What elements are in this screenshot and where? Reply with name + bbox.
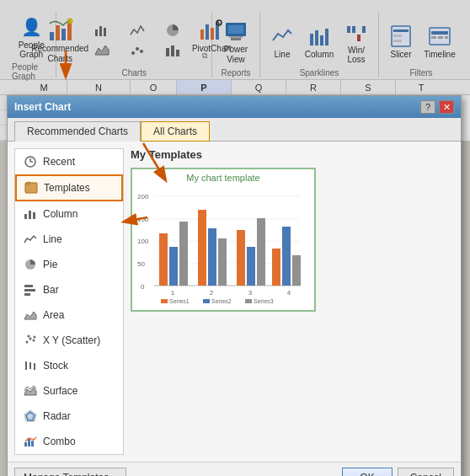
svg-rect-91: [198, 210, 206, 286]
svg-rect-89: [169, 247, 178, 286]
sidebar-item-pie[interactable]: Pie: [15, 252, 123, 277]
sidebar-recent-label: Recent: [43, 156, 75, 168]
cancel-button[interactable]: Cancel: [398, 468, 454, 476]
manage-templates-button[interactable]: Manage Templates...: [14, 468, 126, 476]
tab-recommended-charts[interactable]: Recommended Charts: [14, 121, 141, 142]
ok-button[interactable]: OK: [342, 468, 392, 476]
svg-text:Series1: Series1: [169, 298, 190, 304]
sidebar-item-line[interactable]: Line: [15, 227, 123, 252]
dialog-close-button[interactable]: ✕: [439, 100, 454, 114]
sidebar-pie-label: Pie: [43, 259, 57, 270]
dialog-footer: Manage Templates... OK Cancel: [8, 462, 461, 476]
template-preview-title: My chart template: [136, 173, 311, 183]
sidebar-line-label: Line: [43, 233, 62, 245]
svg-rect-76: [28, 439, 30, 447]
sidebar-bar-label: Bar: [43, 284, 59, 296]
surface-chart-icon: [23, 383, 38, 398]
svg-text:2: 2: [210, 289, 214, 297]
sidebar-item-surface[interactable]: Surface: [15, 378, 123, 404]
svg-point-59: [29, 338, 32, 340]
recent-icon: [23, 154, 38, 169]
sidebar-item-radar[interactable]: Radar: [15, 404, 123, 429]
tab-all-charts[interactable]: All Charts: [141, 121, 210, 142]
stock-chart-icon: [23, 358, 38, 373]
svg-text:Series3: Series3: [254, 298, 274, 304]
scatter-chart-icon: [23, 333, 38, 348]
svg-rect-104: [161, 299, 168, 303]
column-chart-icon: [23, 206, 38, 222]
sidebar-item-column[interactable]: Column: [15, 201, 123, 227]
sidebar-stock-label: Stock: [43, 360, 68, 372]
radar-chart-icon: [23, 409, 38, 424]
template-chart: 200 150 100 50 0: [136, 186, 304, 304]
svg-point-60: [33, 340, 35, 342]
svg-rect-51: [24, 214, 27, 219]
dialog-tabs: Recommended Charts All Charts: [8, 118, 461, 142]
sidebar-combo-label: Combo: [43, 436, 76, 447]
section-title: My Templates: [131, 148, 454, 161]
svg-point-62: [34, 336, 36, 339]
svg-rect-52: [29, 211, 31, 219]
svg-text:100: 100: [137, 238, 149, 245]
svg-text:0: 0: [141, 283, 145, 291]
svg-rect-50: [27, 182, 30, 185]
svg-rect-97: [272, 249, 280, 286]
svg-rect-99: [292, 255, 301, 286]
svg-rect-98: [282, 227, 291, 286]
svg-rect-90: [179, 222, 188, 286]
svg-rect-94: [237, 230, 245, 286]
templates-icon: [24, 180, 39, 195]
sidebar-item-bar[interactable]: Bar: [15, 277, 123, 302]
svg-text:Series2: Series2: [211, 298, 232, 304]
svg-text:3: 3: [248, 289, 253, 297]
svg-rect-55: [24, 285, 33, 287]
sidebar-area-label: Area: [43, 309, 64, 321]
svg-rect-56: [24, 289, 35, 291]
svg-point-61: [28, 335, 30, 338]
sidebar-item-recent[interactable]: Recent: [15, 149, 123, 174]
combo-chart-icon: [23, 434, 38, 449]
dialog-title: Insert Chart: [14, 101, 71, 113]
svg-text:50: 50: [137, 260, 145, 268]
svg-rect-106: [203, 299, 210, 303]
sidebar-column-label: Column: [43, 208, 77, 220]
svg-text:1: 1: [171, 289, 175, 297]
svg-rect-53: [33, 212, 35, 219]
dialog-backdrop: Insert Chart ? ✕ Recommended Charts All …: [0, 0, 470, 476]
pie-chart-icon: [23, 257, 38, 272]
svg-rect-95: [247, 247, 255, 286]
svg-rect-77: [31, 441, 34, 447]
sidebar-radar-label: Radar: [43, 410, 71, 422]
sidebar-item-stock[interactable]: Stock: [15, 353, 123, 378]
svg-rect-75: [24, 442, 27, 447]
sidebar-item-area[interactable]: Area: [15, 302, 123, 328]
svg-rect-92: [208, 228, 216, 286]
sidebar-item-xy-scatter[interactable]: X Y (Scatter): [15, 328, 123, 353]
sidebar-xy-label: X Y (Scatter): [43, 334, 100, 346]
line-chart-icon: [23, 232, 38, 247]
svg-text:200: 200: [137, 193, 149, 201]
bar-chart-icon: [23, 282, 38, 297]
svg-rect-108: [245, 299, 252, 303]
svg-text:150: 150: [137, 216, 149, 223]
svg-rect-96: [257, 218, 265, 286]
chart-type-sidebar: Recent Templates Column: [14, 148, 124, 455]
dialog-body: Recent Templates Column: [8, 142, 461, 462]
template-preview[interactable]: My chart template 200 150 100 50 0: [131, 168, 316, 312]
dialog-help-button[interactable]: ?: [420, 100, 435, 114]
sidebar-item-templates[interactable]: Templates: [15, 174, 123, 201]
insert-chart-dialog: Insert Chart ? ✕ Recommended Charts All …: [7, 95, 462, 476]
sidebar-item-combo[interactable]: Combo: [15, 429, 123, 454]
svg-point-58: [26, 341, 29, 344]
area-chart-icon: [23, 308, 38, 323]
dialog-controls: ? ✕: [420, 100, 454, 114]
svg-text:4: 4: [287, 289, 291, 297]
chart-content-area: My Templates My chart template 200 150 1…: [131, 148, 454, 455]
svg-rect-57: [24, 293, 30, 296]
sidebar-templates-label: Templates: [44, 182, 90, 194]
dialog-titlebar: Insert Chart ? ✕: [8, 96, 461, 118]
svg-rect-88: [159, 233, 168, 286]
svg-rect-93: [218, 238, 227, 286]
sidebar-surface-label: Surface: [43, 385, 77, 397]
svg-marker-74: [26, 412, 35, 420]
